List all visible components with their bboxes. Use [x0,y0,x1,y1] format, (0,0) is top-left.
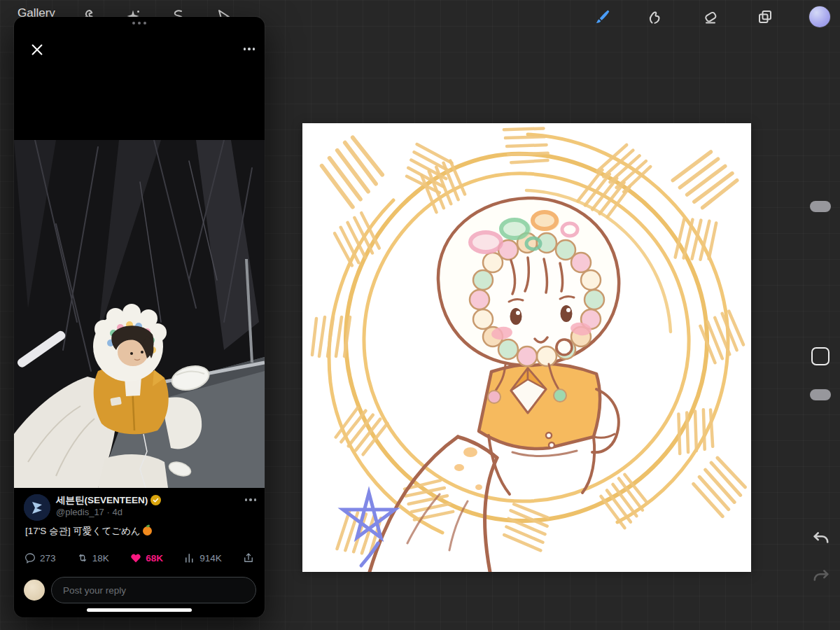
tweet-photo[interactable] [14,140,265,488]
slide-over-twitter-window: 세븐틴(SEVENTEEN) @pledis_17 · 4d [17'S 승관]… [14,17,265,617]
gold-verified-badge [150,495,161,505]
tweet-text: [17'S 승관] 可愛くてごめん [25,525,255,538]
repost-count: 18K [92,553,109,564]
close-icon[interactable] [29,42,46,59]
tweet-more-icon[interactable] [245,494,257,501]
view-count: 914K [200,553,222,564]
like-button[interactable]: 68K [130,552,163,564]
overflow-menu-icon[interactable] [244,48,255,50]
active-color-swatch[interactable] [809,6,830,27]
brush-size-slider[interactable] [810,201,831,212]
self-avatar[interactable] [24,580,45,601]
redo-button[interactable] [812,567,830,585]
undo-button[interactable] [812,529,830,547]
paint-brush-tool[interactable] [592,7,612,27]
repost-button[interactable]: 18K [76,552,109,564]
procreate-app: Gallery [0,0,840,630]
reply-input[interactable] [51,577,256,603]
share-button[interactable] [242,552,255,564]
window-grab-handle[interactable] [132,22,146,24]
tangerine-emoji [143,526,152,536]
author-handle-time[interactable]: @pledis_17 · 4d [56,506,161,518]
layers-button[interactable] [755,7,775,27]
reply-button[interactable]: 273 [24,552,56,564]
opacity-slider[interactable] [810,389,831,400]
selfie-photo-illustration [14,140,265,488]
home-indicator[interactable] [87,608,192,612]
views-button[interactable]: 914K [183,552,222,564]
tweet-action-bar: 273 18K 68K 914K [24,549,255,567]
eraser-tool[interactable] [701,7,720,27]
author-avatar[interactable] [24,494,50,521]
author-name[interactable]: 세븐틴(SEVENTEEN) [56,494,148,506]
modify-button[interactable] [811,347,830,365]
reply-count: 273 [40,553,56,564]
tweet-author-row: 세븐틴(SEVENTEEN) @pledis_17 · 4d [24,494,256,521]
chibi-character [370,198,619,572]
reply-bar [24,577,256,603]
chibi-sketch-artwork [302,123,751,572]
like-count: 68K [146,553,163,564]
smudge-finger-tool[interactable] [645,7,664,27]
drawing-canvas[interactable] [302,123,751,572]
